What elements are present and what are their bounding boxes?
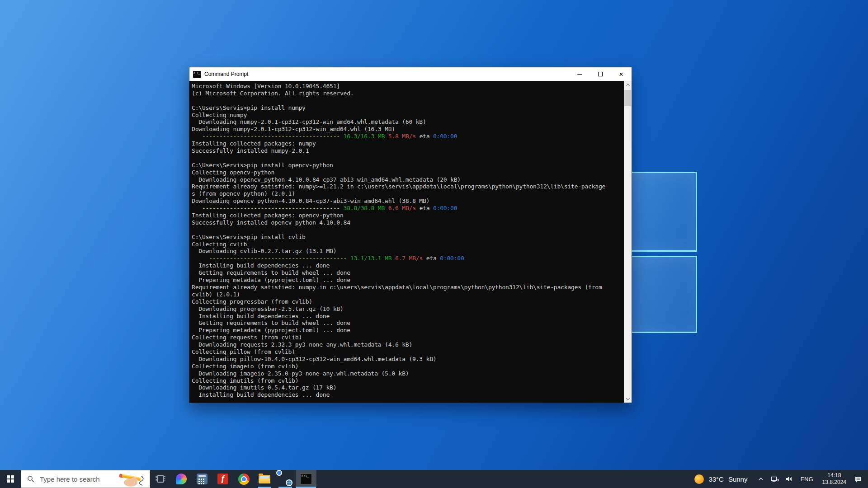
- terminal-line: ----------------------------------------…: [192, 133, 624, 140]
- terminal-line: Collecting progressbar (from cvlib): [192, 298, 624, 305]
- scrollbar-thumb[interactable]: [624, 90, 631, 106]
- terminal-line: cvlib) (2.0.1): [192, 291, 624, 298]
- terminal-line: [192, 155, 624, 162]
- minimize-icon: [577, 74, 582, 75]
- terminal-line: C:\Users\Servis>pip install numpy: [192, 104, 624, 112]
- network-icon: [771, 475, 779, 483]
- cmd-window-icon: C:\_: [193, 71, 201, 78]
- terminal-output[interactable]: Microsoft Windows [Version 10.0.19045.46…: [189, 81, 624, 403]
- terminal-line: Collecting opencv-python: [192, 169, 624, 176]
- windows-logo-icon: [7, 475, 14, 483]
- taskbar-search[interactable]: [21, 470, 150, 488]
- f-app-icon: f: [217, 474, 228, 484]
- terminal-line: Successfully installed numpy-2.0.1: [192, 147, 624, 155]
- terminal-line: Successfully installed opencv-python-4.1…: [192, 219, 624, 226]
- weather-widget[interactable]: 33°C Sunny: [688, 474, 754, 484]
- calculator-icon: [197, 474, 208, 484]
- command-prompt-icon: C:\_: [300, 474, 312, 484]
- terminal-line: Downloading numpy-2.0.1-cp312-cp312-win_…: [192, 126, 624, 133]
- minimize-button[interactable]: [569, 67, 590, 81]
- terminal-line: Requirement already satisfied: numpy>=1.…: [192, 183, 624, 190]
- maximize-button[interactable]: [590, 67, 611, 81]
- taskbar-item-calculator[interactable]: [192, 470, 212, 488]
- terminal-line: s (from opencv-python) (2.0.1): [192, 190, 624, 197]
- taskbar-item-f-app[interactable]: f: [212, 470, 233, 488]
- scrollbar[interactable]: [624, 81, 632, 403]
- taskbar-clock[interactable]: 14:18 13.8.2024: [817, 472, 851, 486]
- chevron-down-icon: [626, 396, 629, 400]
- terminal-line: Collecting imageio (from cvlib): [192, 363, 624, 370]
- terminal-line: Preparing metadata (pyproject.toml) ... …: [192, 277, 624, 284]
- copilot-icon: [176, 474, 187, 484]
- scroll-up-button[interactable]: [624, 81, 632, 89]
- terminal-line: C:\Users\Servis>pip install opencv-pytho…: [192, 162, 624, 169]
- chevron-up-icon: [626, 84, 629, 87]
- start-button[interactable]: [0, 470, 21, 488]
- taskbar: f C:\_ 33°C Sunny: [0, 470, 868, 488]
- maximize-icon: [598, 72, 603, 76]
- volume-icon: [785, 475, 793, 483]
- terminal-line: (c) Microsoft Corporation. All rights re…: [192, 90, 624, 97]
- title-bar[interactable]: C:\_ Command Prompt ✕: [189, 67, 632, 81]
- taskbar-item-chrome[interactable]: [233, 470, 254, 488]
- terminal-line: Downloading imageio-2.35.0-py3-none-any.…: [192, 370, 624, 377]
- globe-badge-icon: [286, 479, 292, 486]
- terminal-line: Installing build dependencies ... done: [192, 391, 624, 399]
- terminal-line: Installing build dependencies ... done: [192, 262, 624, 269]
- terminal-line: Collecting imutils (from cvlib): [192, 377, 624, 385]
- window-title: Command Prompt: [204, 71, 248, 77]
- terminal-line: ----------------------------------------…: [192, 205, 624, 212]
- volume-button[interactable]: [782, 470, 796, 488]
- task-view-icon: [155, 474, 166, 484]
- chevron-up-icon: [757, 475, 764, 483]
- terminal-line: Installing collected packages: opencv-py…: [192, 212, 624, 219]
- terminal-line: Collecting pillow (from cvlib): [192, 348, 624, 356]
- sun-icon: [694, 474, 704, 484]
- terminal-line: Getting requirements to build wheel ... …: [192, 269, 624, 277]
- action-center-icon: [854, 475, 862, 483]
- terminal-line: Installing build dependencies ... done: [192, 313, 624, 320]
- terminal-line: Getting requirements to build wheel ... …: [192, 319, 624, 327]
- terminal-line: Downloading opencv_python-4.10.0.84-cp37…: [192, 176, 624, 183]
- scroll-down-button[interactable]: [624, 395, 632, 403]
- taskbar-item-copilot[interactable]: [171, 470, 192, 488]
- terminal-line: Downloading pillow-10.4.0-cp312-cp312-wi…: [192, 356, 624, 363]
- terminal-line: Collecting numpy: [192, 112, 624, 119]
- chrome-profile-icon: [279, 473, 292, 485]
- terminal-line: Downloading requests-2.32.3-py3-none-any…: [192, 341, 624, 348]
- desktop: C:\_ Command Prompt ✕ Microsoft Windows …: [0, 0, 868, 488]
- close-button[interactable]: ✕: [611, 67, 632, 81]
- terminal-line: Downloading cvlib-0.2.7.tar.gz (13.1 MB): [192, 248, 624, 255]
- clock-time: 14:18: [822, 472, 846, 479]
- search-icon: [27, 475, 34, 483]
- terminal-line: Downloading imutils-0.5.4.tar.gz (17 kB): [192, 384, 624, 391]
- terminal-line: Downloading numpy-2.0.1-cp312-cp312-win_…: [192, 118, 624, 126]
- terminal-line: Installing collected packages: numpy: [192, 140, 624, 147]
- hidden-icons-button[interactable]: [754, 470, 768, 488]
- clock-date: 13.8.2024: [822, 479, 846, 486]
- close-icon: ✕: [619, 71, 624, 77]
- weather-condition: Sunny: [728, 475, 748, 483]
- chrome-icon: [238, 474, 250, 485]
- action-center-button[interactable]: [851, 470, 868, 488]
- taskbar-item-file-explorer[interactable]: [254, 470, 275, 488]
- search-input[interactable]: [39, 475, 118, 483]
- window-controls: ✕: [569, 67, 632, 81]
- network-button[interactable]: [768, 470, 782, 488]
- taskbar-item-command-prompt[interactable]: C:\_: [296, 470, 316, 488]
- terminal-line: Downloading progressbar-2.5.tar.gz (10 k…: [192, 305, 624, 313]
- weather-temperature: 33°C: [708, 475, 724, 483]
- terminal-line: Downloading opencv_python-4.10.0.84-cp37…: [192, 197, 624, 205]
- terminal-line: Preparing metadata (pyproject.toml) ... …: [192, 327, 624, 334]
- terminal-line: Requirement already satisfied: numpy in …: [192, 284, 624, 291]
- command-prompt-window: C:\_ Command Prompt ✕ Microsoft Windows …: [189, 67, 632, 403]
- terminal-line: [192, 97, 624, 104]
- terminal-line: Microsoft Windows [Version 10.0.19045.46…: [192, 83, 624, 90]
- terminal-line: Collecting requests (from cvlib): [192, 334, 624, 341]
- taskbar-item-chrome-profile[interactable]: [275, 470, 296, 488]
- terminal-line: Collecting cvlib: [192, 241, 624, 248]
- language-indicator[interactable]: ENG: [796, 476, 817, 483]
- terminal-line: ----------------------------------------…: [192, 255, 624, 262]
- system-tray: 33°C Sunny: [688, 470, 868, 488]
- taskbar-item-task-view[interactable]: [150, 470, 171, 488]
